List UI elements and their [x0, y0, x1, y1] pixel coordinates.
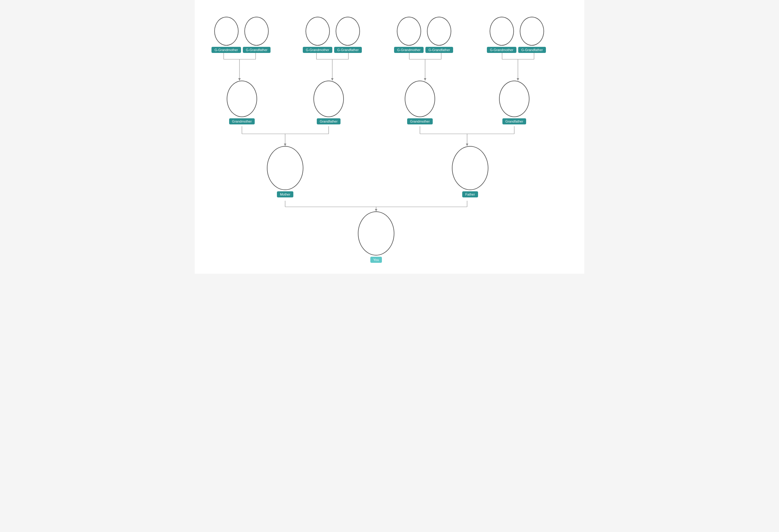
svg-marker-24 [284, 144, 286, 146]
avatar-gg7 [490, 17, 514, 46]
label-gg2: G-Grandfather [243, 47, 271, 53]
svg-marker-9 [331, 78, 334, 81]
node-gf1[interactable]: Grandfather [313, 81, 344, 124]
label-you: You [370, 257, 382, 263]
node-gg7[interactable]: G-Grandmother [487, 17, 517, 53]
avatar-gg5 [397, 17, 421, 46]
avatar-gf2 [499, 81, 530, 117]
node-gg4[interactable]: G-Grandfather [334, 17, 362, 53]
node-gf2[interactable]: Grandfather [499, 81, 530, 124]
avatar-gf1 [313, 81, 344, 117]
avatar-you [358, 211, 395, 256]
avatar-gg6 [427, 17, 451, 46]
label-gm1: Grandmother [229, 118, 255, 124]
avatar-gg3 [305, 17, 330, 46]
avatar-gm1 [227, 81, 257, 117]
node-gg3[interactable]: G-Grandmother [303, 17, 332, 53]
label-gm2: Grandmother [407, 118, 433, 124]
avatar-mother [267, 146, 303, 190]
avatar-father [452, 146, 488, 190]
node-mother[interactable]: Mother [267, 146, 303, 197]
family-tree-canvas: G-Grandmother G-Grandfather G-Grandmothe… [195, 0, 584, 274]
label-father: Father [462, 191, 478, 197]
node-gg5[interactable]: G-Grandmother [394, 17, 424, 53]
label-gg5: G-Grandmother [394, 47, 424, 53]
node-you[interactable]: You [358, 211, 395, 263]
label-gf2: Grandfather [502, 118, 527, 124]
node-gg2[interactable]: G-Grandfather [243, 17, 271, 53]
label-gg6: G-Grandfather [425, 47, 453, 53]
svg-marker-4 [238, 78, 241, 81]
label-gg7: G-Grandmother [487, 47, 517, 53]
label-gg8: G-Grandfather [518, 47, 546, 53]
label-gg4: G-Grandfather [334, 47, 362, 53]
svg-marker-34 [375, 209, 377, 211]
label-mother: Mother [277, 191, 293, 197]
label-gg3: G-Grandmother [303, 47, 332, 53]
node-gg1[interactable]: G-Grandmother [212, 17, 241, 53]
svg-marker-19 [517, 78, 519, 81]
node-father[interactable]: Father [452, 146, 488, 197]
label-gf1: Grandfather [317, 118, 341, 124]
node-gm1[interactable]: Grandmother [227, 81, 257, 124]
node-gg6[interactable]: G-Grandfather [425, 17, 453, 53]
svg-marker-29 [466, 144, 468, 146]
label-gg1: G-Grandmother [212, 47, 241, 53]
node-gm2[interactable]: Grandmother [405, 81, 435, 124]
avatar-gg4 [336, 17, 360, 46]
node-gg8[interactable]: G-Grandfather [518, 17, 546, 53]
avatar-gg8 [520, 17, 544, 46]
avatar-gg1 [214, 17, 239, 46]
svg-marker-14 [424, 78, 426, 81]
avatar-gm2 [405, 81, 435, 117]
avatar-gg2 [244, 17, 269, 46]
